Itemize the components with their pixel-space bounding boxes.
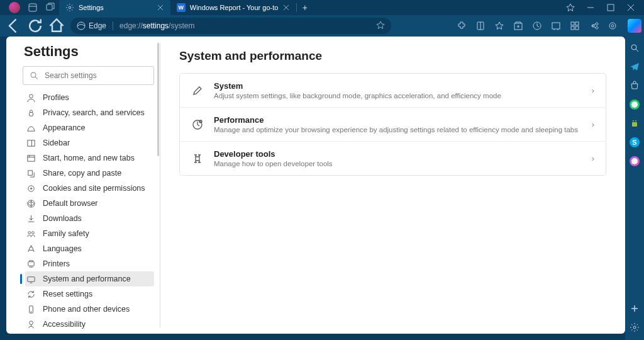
- telegram-icon[interactable]: [630, 62, 640, 72]
- svg-point-38: [633, 120, 634, 122]
- svg-point-32: [30, 320, 33, 324]
- section-performance[interactable]: PerformanceManage and optimize your brow…: [180, 107, 606, 141]
- profile-avatar[interactable]: [9, 2, 20, 13]
- copilot-button[interactable]: [628, 19, 641, 33]
- chevron-right-icon: ›: [592, 86, 594, 95]
- collections-icon[interactable]: [513, 21, 523, 31]
- svg-rect-20: [30, 112, 33, 116]
- workspaces-icon[interactable]: [28, 3, 38, 13]
- address-bar[interactable]: Edge edge://settings/system: [70, 18, 391, 34]
- tab-label: Settings: [79, 4, 104, 11]
- gear-icon: [65, 3, 74, 12]
- sidebar-item-appearance[interactable]: Appearance: [25, 120, 154, 135]
- svg-point-18: [31, 72, 36, 77]
- svg-rect-11: [571, 26, 574, 30]
- favorites-icon[interactable]: [494, 21, 504, 31]
- history-icon[interactable]: [532, 21, 542, 31]
- section-icon: [191, 84, 204, 97]
- extensions-icon[interactable]: [457, 21, 467, 31]
- sidebar-item-cookies-and-site-permissions[interactable]: Cookies and site permissions: [25, 181, 154, 196]
- sidebar-item-profiles[interactable]: Profiles: [25, 90, 154, 105]
- svg-rect-12: [575, 26, 579, 30]
- window-close-icon[interactable]: [626, 3, 635, 12]
- tab-settings[interactable]: Settings: [59, 0, 170, 15]
- svg-rect-22: [28, 155, 35, 161]
- whatsapp-icon[interactable]: [630, 99, 640, 110]
- page-content: Settings ProfilesPrivacy, search, and se…: [6, 37, 625, 334]
- read-aloud-icon[interactable]: [475, 21, 486, 31]
- svg-point-14: [611, 25, 614, 27]
- section-icon: [191, 118, 204, 131]
- sidebar-item-sidebar[interactable]: Sidebar: [25, 135, 154, 150]
- shopping-icon[interactable]: [630, 81, 640, 91]
- add-rail-icon[interactable]: [630, 303, 640, 314]
- sidebar-item-about-microsoft-edge[interactable]: About Microsoft Edge: [25, 332, 154, 334]
- nav-icon: [26, 244, 36, 254]
- tab-windows-report[interactable]: W Windows Report - Your go-to sou: [170, 0, 296, 15]
- sidebar-item-share-copy-and-paste[interactable]: Share, copy and paste: [25, 166, 154, 181]
- svg-rect-37: [632, 122, 637, 127]
- settings-card: SystemAdjust system settings, like backg…: [179, 73, 606, 176]
- edge-icon: [77, 21, 86, 30]
- tab-actions-icon[interactable]: [45, 3, 55, 13]
- sidebar-item-languages[interactable]: Languages: [25, 241, 154, 256]
- performance-icon[interactable]: [608, 21, 618, 31]
- section-icon: [191, 152, 204, 165]
- close-icon[interactable]: [282, 4, 290, 11]
- chevron-right-icon: ›: [592, 120, 594, 129]
- skype-icon[interactable]: S: [630, 137, 640, 147]
- svg-point-26: [28, 231, 31, 234]
- refresh-button[interactable]: [26, 17, 44, 35]
- back-button[interactable]: [5, 17, 23, 35]
- close-icon[interactable]: [157, 4, 164, 11]
- tab-strip: Settings W Windows Report - Your go-to s…: [59, 0, 313, 15]
- svg-rect-23: [28, 170, 33, 175]
- home-button[interactable]: [48, 17, 65, 35]
- nav-icon: [26, 305, 36, 314]
- scrollbar-thumb[interactable]: [157, 43, 159, 156]
- sidebar-item-downloads[interactable]: Downloads: [25, 211, 154, 226]
- favorite-icon[interactable]: [376, 21, 385, 31]
- nav-icon: [26, 139, 36, 148]
- sidebar-item-default-browser[interactable]: Default browser: [25, 196, 154, 211]
- sidebar-item-family-safety[interactable]: Family safety: [25, 226, 154, 241]
- nav-icon: [26, 229, 36, 239]
- nav-icon: [26, 199, 36, 208]
- maximize-icon[interactable]: [606, 3, 615, 12]
- section-system[interactable]: SystemAdjust system settings, like backg…: [180, 74, 606, 107]
- settings-main: System and performance SystemAdjust syst…: [160, 37, 625, 334]
- nav-icon: [26, 123, 36, 133]
- chevron-right-icon: ›: [592, 154, 594, 163]
- sidebar-item-accessibility[interactable]: Accessibility: [25, 317, 154, 332]
- nav-icon: [26, 154, 36, 163]
- settings-rail-icon[interactable]: [630, 322, 640, 332]
- edge-sidebar: S: [625, 37, 644, 340]
- sidebar-item-start-home-and-new-tabs[interactable]: Start, home, and new tabs: [25, 150, 154, 166]
- svg-point-31: [31, 311, 31, 312]
- nav-icon: [26, 275, 36, 284]
- svg-point-2: [69, 6, 71, 9]
- section-developer-tools[interactable]: Developer toolsManage how to open develo…: [180, 141, 606, 175]
- svg-rect-8: [552, 23, 560, 29]
- sidebar-item-printers[interactable]: Printers: [25, 256, 154, 271]
- new-tab-button[interactable]: +: [297, 0, 313, 15]
- screenshot-icon[interactable]: [551, 21, 561, 31]
- share-icon[interactable]: [589, 21, 599, 31]
- search-input[interactable]: [23, 66, 154, 85]
- nav-icon: [26, 184, 36, 193]
- sidebar-item-system-and-performance[interactable]: System and performance: [25, 271, 154, 286]
- search-rail-icon[interactable]: [630, 43, 640, 53]
- nav-icon: [26, 320, 36, 329]
- svg-point-4: [77, 22, 85, 30]
- sidebar-item-privacy-search-and-services[interactable]: Privacy, search, and services: [25, 105, 154, 120]
- svg-point-39: [635, 120, 636, 122]
- minimize-icon[interactable]: [586, 3, 595, 12]
- android-icon[interactable]: [630, 118, 640, 128]
- svg-point-36: [631, 45, 636, 50]
- apps-icon[interactable]: [570, 21, 580, 31]
- messenger-icon[interactable]: [630, 156, 640, 166]
- sidebar-item-phone-and-other-devices[interactable]: Phone and other devices: [25, 302, 154, 317]
- sidebar-item-reset-settings[interactable]: Reset settings: [25, 286, 154, 302]
- rewards-icon[interactable]: [566, 3, 575, 12]
- svg-rect-28: [28, 261, 34, 266]
